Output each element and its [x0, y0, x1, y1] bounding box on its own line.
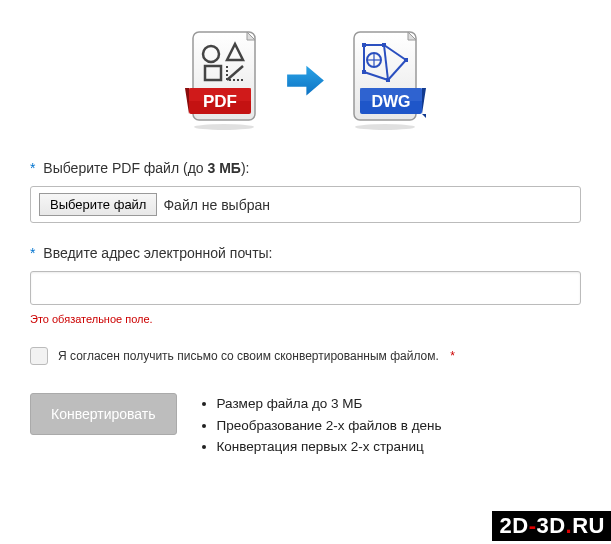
svg-rect-20: [386, 78, 390, 82]
svg-rect-19: [362, 70, 366, 74]
file-input[interactable]: Выберите файл Файл не выбран: [30, 186, 581, 223]
bottom-row: Конвертировать Размер файла до 3 МБ Прео…: [30, 393, 581, 458]
dwg-file-icon: DWG: [346, 30, 426, 130]
site-watermark: 2D-3D.RU: [492, 511, 611, 541]
consent-text: Я согласен получить письмо со своим скон…: [58, 349, 455, 363]
required-asterisk: *: [30, 245, 35, 261]
choose-file-button[interactable]: Выберите файл: [39, 193, 157, 216]
svg-rect-17: [382, 43, 386, 47]
info-item: Размер файла до 3 МБ: [217, 393, 442, 415]
email-input[interactable]: [30, 271, 581, 305]
info-item: Преобразование 2-х файлов в день: [217, 415, 442, 437]
email-error-message: Это обязательное поле.: [30, 313, 581, 325]
file-label-bold: 3 МБ: [208, 160, 241, 176]
consent-row: Я согласен получить письмо со своим скон…: [30, 347, 581, 365]
svg-rect-16: [362, 43, 366, 47]
email-field-label: * Введите адрес электронной почты:: [30, 245, 581, 261]
file-field-group: * Выберите PDF файл (до 3 МБ): Выберите …: [30, 160, 581, 223]
wm-part1: 2D: [500, 513, 529, 538]
arrow-icon: [283, 63, 328, 98]
conversion-hero: PDF: [30, 30, 581, 130]
pdf-badge-text: PDF: [203, 92, 237, 111]
consent-checkbox[interactable]: [30, 347, 48, 365]
email-field-group: * Введите адрес электронной почты: Это о…: [30, 245, 581, 325]
svg-point-23: [355, 124, 415, 130]
dwg-badge-text: DWG: [371, 93, 410, 110]
svg-point-5: [194, 124, 254, 130]
wm-part3: RU: [572, 513, 605, 538]
consent-required-mark: *: [450, 349, 455, 363]
pdf-file-icon: PDF: [185, 30, 265, 130]
file-field-label: * Выберите PDF файл (до 3 МБ):: [30, 160, 581, 176]
info-item: Конвертация первых 2-х страниц: [217, 436, 442, 458]
wm-part2: 3D: [536, 513, 565, 538]
svg-rect-18: [404, 58, 408, 62]
file-status-text: Файл не выбран: [163, 197, 270, 213]
convert-button[interactable]: Конвертировать: [30, 393, 177, 435]
required-asterisk: *: [30, 160, 35, 176]
file-label-prefix: Выберите PDF файл (до: [43, 160, 207, 176]
file-label-suffix: ):: [241, 160, 250, 176]
info-list: Размер файла до 3 МБ Преобразование 2-х …: [197, 393, 442, 458]
consent-label: Я согласен получить письмо со своим скон…: [58, 349, 439, 363]
email-label-text: Введите адрес электронной почты:: [43, 245, 272, 261]
